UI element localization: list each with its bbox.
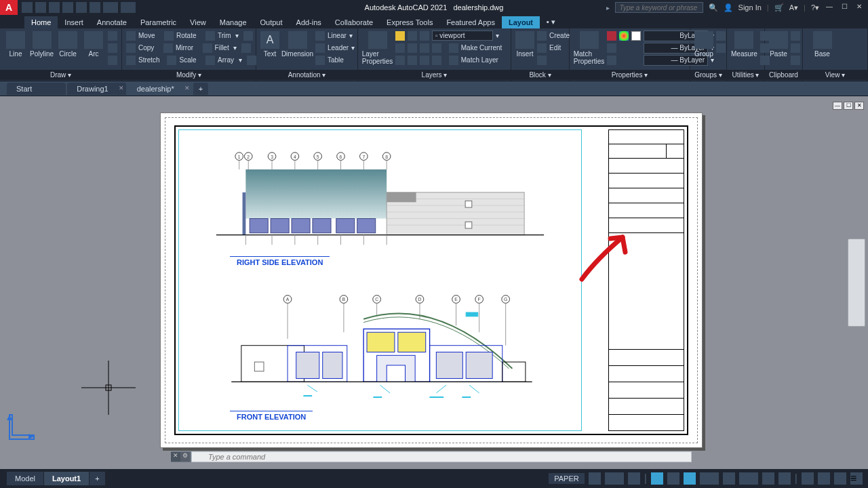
tool-linear[interactable]: Linear ▾	[315, 30, 355, 41]
vp-close-button[interactable]: ✕	[854, 102, 864, 110]
vp-min-button[interactable]: —	[833, 102, 842, 110]
tab-model[interactable]: Model	[7, 472, 43, 485]
close-button[interactable]: ✕	[854, 3, 864, 12]
panel-layers-label[interactable]: Layers ▾	[358, 70, 511, 80]
tool-matchlayer[interactable]: Match Layer	[461, 56, 498, 64]
tool-blockattr[interactable]	[537, 54, 570, 66]
cart-icon[interactable]: 🛒	[774, 3, 784, 12]
app-icon[interactable]: A▾	[789, 3, 798, 12]
polar-toggle[interactable]	[651, 472, 663, 485]
plot-icon[interactable]	[76, 2, 87, 13]
filetab-dealership[interactable]: dealership*✕	[127, 83, 192, 95]
save-icon[interactable]	[49, 2, 60, 13]
color-icon[interactable]	[607, 31, 616, 41]
signin-link[interactable]: Sign In	[738, 3, 762, 12]
tool-misc3[interactable]	[108, 54, 117, 66]
tab-view[interactable]: View	[183, 16, 213, 28]
new-icon[interactable]	[22, 2, 33, 13]
clean-toggle[interactable]	[834, 472, 846, 485]
tab-extra[interactable]: ▪ ▾	[540, 16, 562, 28]
filetab-new[interactable]: +	[193, 83, 208, 95]
search-input[interactable]	[615, 2, 703, 13]
tab-collaborate[interactable]: Collaborate	[328, 16, 380, 28]
tool-scale[interactable]: Scale	[179, 56, 196, 64]
tab-manage[interactable]: Manage	[213, 16, 254, 28]
app-logo[interactable]: A	[0, 0, 18, 15]
undo-icon[interactable]	[103, 2, 118, 13]
share-icon[interactable]: ▸	[606, 4, 610, 12]
tab-insert[interactable]: Insert	[58, 16, 90, 28]
cmd-config-icon[interactable]: ⚙	[180, 452, 190, 462]
tool-group[interactable]: Group	[694, 30, 713, 58]
panel-annotation-label[interactable]: Annotation ▾	[256, 70, 357, 80]
tool-dimension[interactable]: Dimension	[282, 30, 313, 58]
tool-base[interactable]: Base	[807, 30, 837, 58]
iso-toggle[interactable]	[802, 472, 814, 485]
open-icon[interactable]	[35, 2, 46, 13]
tool-move[interactable]: Move	[138, 32, 155, 39]
cmd-close-icon[interactable]: ✕	[171, 452, 180, 462]
tool-arc[interactable]: Arc	[82, 30, 105, 58]
anno-toggle[interactable]	[723, 472, 735, 485]
osnap-toggle[interactable]	[667, 472, 679, 485]
maximize-button[interactable]: ☐	[840, 3, 849, 12]
tool-measure[interactable]: Measure	[731, 30, 757, 58]
saveas-icon[interactable]	[62, 2, 73, 13]
panel-block-label[interactable]: Block ▾	[511, 70, 569, 80]
tool-array[interactable]: Array	[218, 56, 234, 64]
vp-max-button[interactable]: ☐	[844, 102, 853, 110]
tool-stretch[interactable]: Stretch	[138, 56, 160, 64]
paper-layout[interactable]: 1 2 3 4 5 6 7 8	[160, 113, 703, 448]
tool-polyline[interactable]: Polyline	[30, 30, 54, 58]
tab-annotate[interactable]: Annotate	[90, 16, 134, 28]
tab-layout1[interactable]: Layout1	[44, 472, 89, 485]
otrack-toggle[interactable]	[684, 472, 696, 485]
tool-blockedit[interactable]: Edit	[537, 42, 570, 54]
tool-trim[interactable]: Trim	[218, 32, 231, 39]
tab-express[interactable]: Express Tools	[380, 16, 439, 28]
command-input[interactable]	[191, 451, 692, 462]
filetab-start[interactable]: Start	[7, 83, 66, 95]
filetab-drawing1[interactable]: Drawing1✕	[67, 83, 125, 95]
custom-icon[interactable]: ≡	[850, 472, 863, 485]
panel-view-label[interactable]: View ▾	[803, 70, 867, 80]
minimize-button[interactable]: —	[825, 3, 834, 12]
panel-groups-label[interactable]: Groups ▾	[690, 70, 726, 80]
tool-matchprops[interactable]: Match Properties	[574, 30, 604, 65]
navigation-bar[interactable]	[848, 239, 865, 327]
hw-toggle[interactable]	[818, 472, 830, 485]
tool-misc1[interactable]	[108, 30, 117, 41]
lwt-toggle[interactable]	[700, 472, 719, 485]
tab-home[interactable]: Home	[24, 16, 58, 28]
user-icon[interactable]: 👤	[724, 3, 733, 12]
grid-toggle[interactable]	[589, 472, 601, 485]
gear-icon[interactable]	[762, 472, 774, 485]
tab-layout[interactable]: Layout	[502, 16, 540, 28]
extra-icon[interactable]	[243, 31, 253, 41]
tool-layer-properties[interactable]: Layer Properties	[362, 30, 393, 65]
bulb-icon[interactable]	[395, 31, 405, 41]
tab-featured[interactable]: Featured Apps	[439, 16, 502, 28]
tool-makecurrent[interactable]: Make Current	[461, 44, 502, 52]
tool-leader[interactable]: Leader ▾	[315, 42, 355, 54]
close-icon[interactable]: ✕	[184, 85, 190, 92]
panel-properties-label[interactable]: Properties ▾	[570, 70, 690, 80]
tool-blockcreate[interactable]: Create	[537, 30, 570, 41]
tool-copy[interactable]: Copy	[138, 44, 154, 52]
layer-dropdown[interactable]: ▫ viewport	[432, 30, 493, 41]
plus-toggle[interactable]	[778, 472, 791, 485]
colorwheel-icon[interactable]	[619, 31, 629, 41]
redo-icon[interactable]	[121, 2, 136, 13]
close-icon[interactable]: ✕	[119, 85, 124, 92]
tool-insert[interactable]: Insert	[515, 30, 534, 58]
tab-add-layout[interactable]: +	[90, 472, 104, 485]
ortho-toggle[interactable]	[628, 472, 640, 485]
tool-rotate[interactable]: Rotate	[176, 32, 196, 39]
panel-draw-label[interactable]: Draw ▾	[0, 70, 121, 80]
snap-toggle[interactable]	[605, 472, 624, 485]
cmd-handle[interactable]: ✕ ⚙	[171, 451, 191, 462]
panel-utilities-label[interactable]: Utilities ▾	[727, 70, 764, 80]
tool-text[interactable]: AText	[260, 30, 279, 58]
panel-modify-label[interactable]: Modify ▾	[122, 70, 256, 80]
help-icon[interactable]: ?▾	[811, 3, 819, 12]
